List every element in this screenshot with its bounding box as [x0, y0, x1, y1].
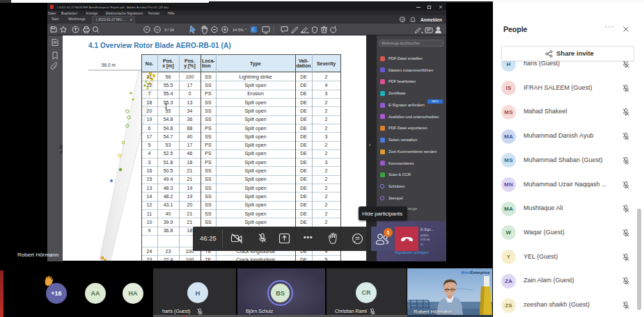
- svg-text:WindEnterprise: WindEnterprise: [461, 270, 489, 275]
